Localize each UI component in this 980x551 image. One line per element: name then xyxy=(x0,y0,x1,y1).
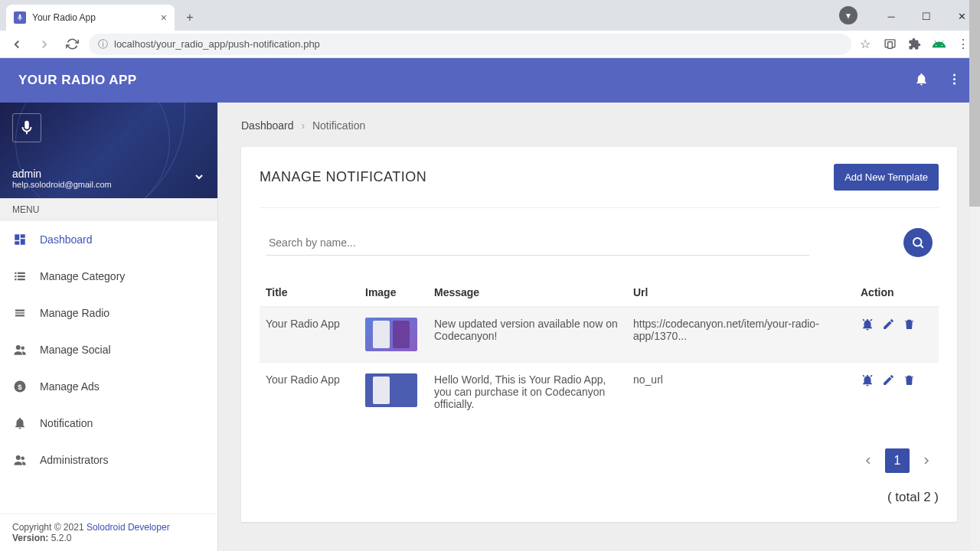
row-thumbnail xyxy=(365,318,417,351)
svg-point-6 xyxy=(21,347,25,350)
bell-icon[interactable] xyxy=(914,72,929,90)
col-action: Action xyxy=(854,279,939,307)
sidebar-item-ads[interactable]: $Manage Ads xyxy=(0,368,217,405)
android-icon[interactable] xyxy=(931,37,946,52)
menu-icon[interactable]: ⋮ xyxy=(956,37,971,52)
url-input[interactable]: ⓘ localhost/your_radio_app/push-notifica… xyxy=(89,34,851,55)
svg-point-11 xyxy=(913,238,922,246)
dashboard-icon xyxy=(12,233,28,246)
tab-title: Your Radio App xyxy=(32,12,155,23)
app-title: YOUR RADIO APP xyxy=(18,73,137,88)
app-header: YOUR RADIO APP xyxy=(0,58,980,103)
breadcrumb-root[interactable]: Dashboard xyxy=(241,119,294,132)
chevron-down-icon[interactable] xyxy=(193,171,205,186)
col-message: Message xyxy=(428,279,627,307)
radio-icon xyxy=(12,306,28,320)
profile-icon[interactable]: ▼ xyxy=(839,6,858,24)
page-number[interactable]: 1 xyxy=(885,448,910,473)
window-maximize-icon[interactable]: ☐ xyxy=(910,5,943,28)
list-icon xyxy=(12,269,28,283)
table-row: Your Radio App Hello World, This is Your… xyxy=(260,363,939,422)
url-text: localhost/your_radio_app/push-notificati… xyxy=(114,38,320,50)
bell-icon xyxy=(12,416,28,430)
page-prev[interactable] xyxy=(856,448,880,473)
new-tab-button[interactable]: + xyxy=(179,7,201,28)
user-panel[interactable]: admin help.solodroid@gmail.com xyxy=(0,103,217,198)
edit-icon[interactable] xyxy=(882,373,895,390)
col-title: Title xyxy=(260,279,359,307)
breadcrumb-current: Notification xyxy=(312,119,365,132)
delete-icon[interactable] xyxy=(903,373,916,390)
developer-link[interactable]: Solodroid Developer xyxy=(87,522,170,533)
forward-button[interactable] xyxy=(34,34,55,55)
delete-icon[interactable] xyxy=(903,318,916,334)
notification-card: MANAGE NOTIFICATION Add New Template Tit… xyxy=(241,147,957,522)
row-thumbnail xyxy=(365,373,417,407)
mic-icon xyxy=(12,113,41,142)
admin-icon xyxy=(12,453,28,467)
sidebar-item-admins[interactable]: Administrators xyxy=(0,442,217,478)
notification-table: Title Image Message Url Action Your Radi… xyxy=(260,279,939,421)
svg-point-3 xyxy=(953,77,956,80)
svg-point-2 xyxy=(953,73,956,76)
sidebar-item-social[interactable]: Manage Social xyxy=(0,331,217,368)
sidebar-item-category[interactable]: Manage Category xyxy=(0,258,217,295)
user-name: admin xyxy=(12,168,205,180)
edit-icon[interactable] xyxy=(882,318,895,334)
favicon xyxy=(14,11,26,24)
sidebar-item-radio[interactable]: Manage Radio xyxy=(0,295,217,331)
send-icon[interactable] xyxy=(861,373,874,390)
more-icon[interactable] xyxy=(947,72,962,90)
user-email: help.solodroid@gmail.com xyxy=(12,180,205,189)
send-icon[interactable] xyxy=(861,318,874,334)
browser-tab[interactable]: Your Radio App × xyxy=(6,5,175,31)
site-info-icon[interactable]: ⓘ xyxy=(98,37,108,51)
back-button[interactable] xyxy=(6,34,28,55)
browser-tab-bar: Your Radio App × + ▼ ─ ☐ ✕ xyxy=(0,0,980,31)
tab-close-icon[interactable]: × xyxy=(161,11,167,24)
address-bar: ⓘ localhost/your_radio_app/push-notifica… xyxy=(0,31,980,58)
people-icon xyxy=(12,343,28,357)
extensions-icon[interactable] xyxy=(906,37,922,52)
sidebar-item-dashboard[interactable]: Dashboard xyxy=(0,221,217,258)
search-button[interactable] xyxy=(903,228,933,257)
pagination: 1 xyxy=(260,448,939,473)
table-row: Your Radio App New updated version avail… xyxy=(260,307,939,363)
search-input[interactable] xyxy=(266,230,809,256)
col-url: Url xyxy=(627,279,854,307)
svg-rect-1 xyxy=(887,42,892,49)
add-template-button[interactable]: Add New Template xyxy=(834,164,939,191)
star-icon[interactable]: ☆ xyxy=(858,37,873,52)
sidebar-footer: Copyright © 2021 Solodroid Developer Ver… xyxy=(0,514,217,551)
main-content: Dashboard › Notification MANAGE NOTIFICA… xyxy=(218,103,980,551)
device-icon[interactable] xyxy=(882,37,897,52)
menu-header: MENU xyxy=(0,198,217,221)
total-count: ( total 2 ) xyxy=(260,490,939,505)
window-minimize-icon[interactable]: ─ xyxy=(874,5,908,28)
svg-text:$: $ xyxy=(18,383,22,391)
card-title: MANAGE NOTIFICATION xyxy=(260,169,426,185)
sidebar: admin help.solodroid@gmail.com MENU Dash… xyxy=(0,103,218,551)
sidebar-item-notification[interactable]: Notification xyxy=(0,405,217,442)
svg-point-5 xyxy=(16,345,21,350)
breadcrumb: Dashboard › Notification xyxy=(241,119,957,132)
page-next[interactable] xyxy=(914,448,939,473)
col-image: Image xyxy=(359,279,428,307)
svg-point-9 xyxy=(16,455,21,460)
svg-point-10 xyxy=(21,457,25,461)
monetization-icon: $ xyxy=(12,380,28,393)
svg-point-4 xyxy=(953,82,956,84)
scrollbar[interactable] xyxy=(969,103,980,551)
reload-button[interactable] xyxy=(61,34,83,55)
